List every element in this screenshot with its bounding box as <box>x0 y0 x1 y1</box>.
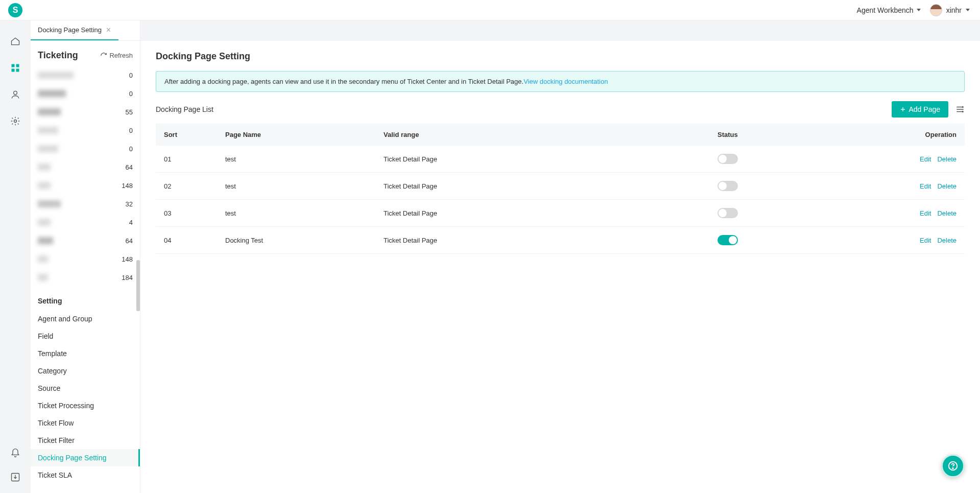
sort-settings-icon[interactable] <box>955 105 965 114</box>
chevron-down-icon <box>966 9 970 11</box>
iconbar <box>0 20 31 493</box>
tab-docking-page-setting[interactable]: Docking Page Setting ✕ <box>31 20 118 40</box>
blurred-label <box>38 255 48 263</box>
tab-label: Docking Page Setting <box>38 26 102 34</box>
user-icon[interactable] <box>10 89 21 100</box>
delete-link[interactable]: Delete <box>937 182 957 190</box>
close-icon[interactable]: ✕ <box>106 26 111 34</box>
blurred-label <box>38 72 74 79</box>
count-value: 64 <box>126 163 133 171</box>
docking-table: Sort Page Name Valid range Status Operat… <box>156 124 965 254</box>
th-valid: Valid range <box>375 124 709 146</box>
edit-link[interactable]: Edit <box>920 155 931 163</box>
th-name: Page Name <box>217 124 375 146</box>
status-toggle[interactable] <box>718 181 738 191</box>
cell-name: Docking Test <box>217 227 375 254</box>
count-value: 4 <box>129 219 133 226</box>
sidebar-count-row[interactable]: 0 <box>38 66 133 84</box>
blurred-label <box>38 237 53 244</box>
status-toggle[interactable] <box>718 154 738 164</box>
page-title: Docking Page Setting <box>156 51 965 62</box>
count-value: 0 <box>129 127 133 134</box>
add-page-button[interactable]: Add Page <box>892 101 949 118</box>
svg-rect-1 <box>16 64 19 67</box>
workbench-dropdown[interactable]: Agent Workbench <box>857 6 921 14</box>
blurred-label <box>38 108 61 115</box>
sidebar-count-row[interactable]: 0 <box>38 84 133 103</box>
cell-name: test <box>217 173 375 200</box>
setting-item-source[interactable]: Source <box>38 380 133 397</box>
sidebar-count-row[interactable]: 148 <box>38 250 133 268</box>
tab-row: Docking Page Setting ✕ <box>31 20 140 41</box>
topbar: S Agent Workbench xinhr <box>0 0 980 20</box>
cell-sort: 01 <box>156 146 217 173</box>
count-value: 0 <box>129 72 133 79</box>
apps-icon[interactable] <box>10 62 21 74</box>
sidebar-count-row[interactable]: 0 <box>38 139 133 158</box>
table-row: 02testTicket Detail PageEditDelete <box>156 173 965 200</box>
setting-item-agent-and-group[interactable]: Agent and Group <box>38 310 133 327</box>
count-value: 0 <box>129 145 133 153</box>
blurred-label <box>38 219 51 226</box>
workbench-label: Agent Workbench <box>857 6 914 14</box>
sidebar-count-row[interactable]: 64 <box>38 231 133 250</box>
setting-item-field[interactable]: Field <box>38 327 133 345</box>
setting-item-ticket-sla[interactable]: Ticket SLA <box>38 466 133 484</box>
setting-item-ticket-flow[interactable]: Ticket Flow <box>38 414 133 432</box>
th-sort: Sort <box>156 124 217 146</box>
edit-link[interactable]: Edit <box>920 209 931 217</box>
cell-valid: Ticket Detail Page <box>375 200 709 227</box>
sidepanel-title: Ticketing <box>38 50 78 61</box>
setting-item-ticket-filter[interactable]: Ticket Filter <box>38 432 133 449</box>
info-banner: After adding a docking page, agents can … <box>156 71 965 92</box>
sidebar-count-row[interactable]: 32 <box>38 195 133 213</box>
blurred-label <box>38 145 58 152</box>
scrollbar-thumb[interactable] <box>136 260 140 311</box>
refresh-button[interactable]: Refresh <box>100 52 133 59</box>
delete-link[interactable]: Delete <box>937 237 957 244</box>
cell-valid: Ticket Detail Page <box>375 146 709 173</box>
settings-title: Setting <box>38 297 133 305</box>
sidebar-count-row[interactable]: 55 <box>38 103 133 121</box>
edit-link[interactable]: Edit <box>920 237 931 244</box>
cell-name: test <box>217 200 375 227</box>
sidebar-count-row[interactable]: 148 <box>38 176 133 195</box>
table-row: 03testTicket Detail PageEditDelete <box>156 200 965 227</box>
svg-rect-2 <box>12 69 15 72</box>
sidebar-count-row[interactable]: 184 <box>38 268 133 287</box>
setting-item-docking-page-setting[interactable]: Docking Page Setting <box>31 449 140 466</box>
svg-point-4 <box>14 91 17 95</box>
status-toggle[interactable] <box>718 208 738 218</box>
home-icon[interactable] <box>10 36 21 47</box>
plus-icon <box>900 106 906 112</box>
sidebar-count-row[interactable]: 64 <box>38 158 133 176</box>
status-toggle[interactable] <box>718 235 738 245</box>
svg-rect-0 <box>12 64 15 67</box>
cell-name: test <box>217 146 375 173</box>
setting-item-category[interactable]: Category <box>38 362 133 380</box>
blurred-label <box>38 90 66 97</box>
user-dropdown[interactable]: xinhr <box>930 4 970 16</box>
count-value: 55 <box>126 108 133 116</box>
delete-link[interactable]: Delete <box>937 155 957 163</box>
setting-item-template[interactable]: Template <box>38 345 133 362</box>
sidebar-count-row[interactable]: 0 <box>38 121 133 139</box>
settings-icon[interactable] <box>10 115 21 127</box>
delete-link[interactable]: Delete <box>937 209 957 217</box>
bell-icon[interactable] <box>10 448 21 459</box>
edit-link[interactable]: Edit <box>920 182 931 190</box>
th-op: Operation <box>883 124 965 146</box>
svg-rect-3 <box>16 69 19 72</box>
sidepanel: Docking Page Setting ✕ Ticketing Refresh… <box>31 20 140 493</box>
cell-sort: 04 <box>156 227 217 254</box>
setting-item-ticket-processing[interactable]: Ticket Processing <box>38 397 133 414</box>
table-row: 01testTicket Detail PageEditDelete <box>156 146 965 173</box>
count-value: 148 <box>122 182 133 190</box>
download-icon[interactable] <box>10 472 21 483</box>
sidebar-count-row[interactable]: 4 <box>38 213 133 231</box>
cell-valid: Ticket Detail Page <box>375 227 709 254</box>
blurred-label <box>38 127 58 134</box>
count-value: 184 <box>122 274 133 281</box>
help-fab[interactable] <box>941 454 965 478</box>
banner-link[interactable]: View docking documentation <box>523 78 608 85</box>
